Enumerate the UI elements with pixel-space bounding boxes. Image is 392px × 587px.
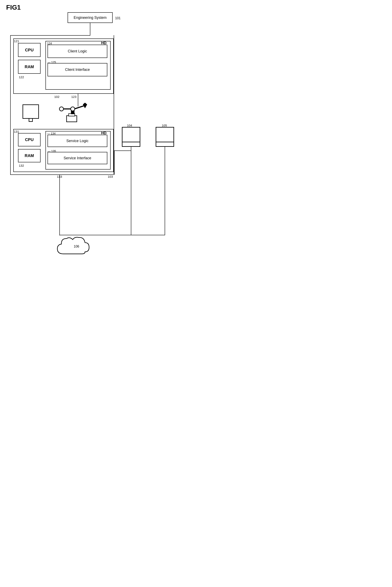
ref-132: 132: [19, 164, 24, 167]
ref-106: 106: [74, 245, 79, 248]
client-logic-label: Client Logic: [68, 49, 87, 53]
terminal-104-stand: [122, 142, 140, 147]
client-interface-box: Client Interface: [48, 63, 107, 76]
ram-box-2: RAM: [18, 149, 40, 162]
terminal-104-screen: [122, 127, 140, 142]
outer-left-line: [10, 35, 11, 174]
svg-point-5: [60, 107, 64, 111]
ref-105: 105: [162, 124, 167, 127]
ref-135: — 135: [48, 149, 56, 153]
robot-arm-illustration: [55, 98, 92, 125]
line-to-cloud: [60, 174, 60, 235]
ram1-label: RAM: [24, 64, 34, 69]
engineering-system-label: Engineering System: [74, 15, 106, 20]
terminal-105-stand: [156, 142, 174, 147]
service-interface-box: Service Interface: [48, 152, 107, 164]
ref-123: 123: [71, 95, 76, 98]
cpu1-label: CPU: [25, 48, 34, 52]
service-logic-label: Service Logic: [66, 139, 88, 143]
cpu-box-2: CPU: [18, 133, 40, 146]
terminal-105: [156, 127, 174, 147]
svg-rect-0: [66, 116, 77, 122]
client-interface-label: Client Interface: [65, 67, 90, 72]
ref-101: 101: [115, 16, 121, 20]
monitor-stand: [29, 119, 33, 122]
engineering-system-box: Engineering System: [68, 12, 113, 23]
diagram: FIG1 Engineering System 101 121 CPU RAM …: [0, 0, 196, 293]
svg-marker-7: [83, 103, 87, 108]
outer-top-line: [10, 35, 90, 36]
cpu2-label: CPU: [25, 137, 34, 142]
ram-box-1: RAM: [18, 60, 40, 74]
monitor-icon: [22, 104, 39, 119]
bottom-horizontal-line: [60, 235, 165, 235]
cpu-box-1: CPU: [18, 43, 40, 57]
line-104-down: [131, 147, 131, 235]
service-interface-label: Service Interface: [64, 156, 91, 160]
ram2-label: RAM: [24, 153, 34, 158]
line-105-down: [165, 147, 165, 235]
line-eng-down: [90, 23, 90, 35]
ref-104: 104: [127, 124, 132, 127]
terminal-104: [122, 127, 140, 147]
service-logic-box: Service Logic: [48, 135, 107, 147]
ref-103: 103: [108, 175, 113, 178]
ref-121: 121: [14, 39, 19, 43]
ref-131: 131: [14, 130, 19, 133]
terminal-105-screen: [156, 127, 174, 142]
ref-102: 102: [54, 95, 60, 98]
line-103-vertical: [114, 150, 114, 175]
ref-125: — 125: [48, 61, 56, 64]
svg-point-6: [71, 107, 75, 111]
client-logic-box: Client Logic: [48, 45, 107, 58]
figure-title: FIG1: [6, 4, 21, 11]
ref-122: 122: [19, 75, 24, 79]
line-service-right: [114, 150, 131, 151]
svg-line-4: [74, 105, 85, 109]
